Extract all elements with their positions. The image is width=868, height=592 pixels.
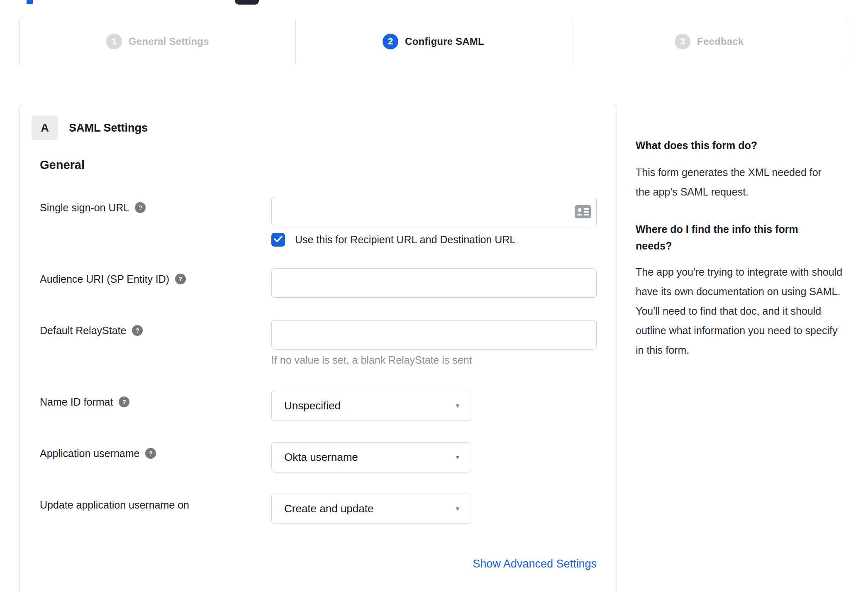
help-icon[interactable]: ? (145, 448, 156, 459)
chevron-down-icon: ▾ (456, 504, 459, 513)
help-icon[interactable]: ? (135, 202, 146, 213)
sidebar-heading-where: Where do I find the info this form needs… (636, 221, 818, 254)
show-advanced-settings-link[interactable]: Show Advanced Settings (271, 558, 597, 570)
recipient-url-checkbox[interactable] (271, 233, 285, 247)
step-feedback[interactable]: 3 Feedback (571, 18, 847, 65)
step-general-settings[interactable]: 1 General Settings (20, 18, 295, 65)
relaystate-hint: If no value is set, a blank RelayState i… (271, 354, 472, 366)
audience-uri-label-text: Audience URI (SP Entity ID) (40, 273, 169, 285)
general-section-heading: General (40, 158, 85, 172)
application-username-label-text: Application username (40, 447, 139, 460)
step-1-circle: 1 (106, 34, 122, 49)
step-2-circle: 2 (383, 34, 398, 49)
step-3-label: Feedback (697, 36, 744, 47)
step-3-circle: 3 (675, 34, 690, 49)
step-1-label: General Settings (129, 36, 209, 47)
application-username-select[interactable]: Okta username ▾ (271, 442, 471, 472)
update-app-username-label: Update application username on (40, 499, 189, 511)
default-relaystate-label-text: Default RelayState (40, 324, 126, 337)
sidebar-heading-what: What does this form do? (636, 137, 835, 154)
name-id-format-label-text: Name ID format (40, 396, 113, 408)
sidebar-body-what: This form generates the XML needed for t… (636, 163, 827, 202)
help-icon[interactable]: ? (175, 274, 186, 284)
application-username-label: Application username ? (40, 447, 156, 460)
name-id-format-label: Name ID format ? (40, 396, 129, 408)
help-icon[interactable]: ? (119, 396, 129, 407)
single-sign-on-url-input[interactable] (271, 197, 597, 226)
default-relaystate-input[interactable] (271, 320, 597, 350)
audience-uri-label: Audience URI (SP Entity ID) ? (40, 273, 186, 285)
recipient-url-checkbox-label: Use this for Recipient URL and Destinati… (295, 233, 515, 247)
name-id-format-value: Unspecified (284, 399, 341, 412)
section-a-badge: A (32, 115, 58, 140)
card-title: SAML Settings (69, 115, 148, 140)
cutoff-dark-element (235, 0, 259, 5)
single-sign-on-url-label: Single sign-on URL ? (40, 201, 146, 214)
update-app-username-value: Create and update (284, 502, 373, 515)
wizard-stepper: 1 General Settings 2 Configure SAML 3 Fe… (20, 18, 847, 65)
chevron-down-icon: ▾ (456, 453, 459, 462)
chevron-down-icon: ▾ (456, 401, 459, 410)
update-app-username-label-text: Update application username on (40, 499, 189, 511)
application-username-value: Okta username (284, 451, 358, 464)
name-id-format-select[interactable]: Unspecified ▾ (271, 391, 471, 421)
cutoff-blue-element (27, 0, 33, 4)
contact-card-icon (574, 205, 592, 219)
help-icon[interactable]: ? (132, 325, 143, 336)
sidebar-body-where: The app you're trying to integrate with … (636, 262, 843, 360)
step-configure-saml[interactable]: 2 Configure SAML (295, 18, 571, 65)
single-sign-on-url-label-text: Single sign-on URL (40, 201, 129, 214)
default-relaystate-label: Default RelayState ? (40, 324, 143, 337)
step-2-label: Configure SAML (405, 36, 484, 47)
audience-uri-input[interactable] (271, 268, 597, 298)
check-icon (274, 235, 283, 244)
update-app-username-select[interactable]: Create and update ▾ (271, 494, 471, 524)
saml-settings-card: A SAML Settings General Single sign-on U… (20, 104, 617, 592)
